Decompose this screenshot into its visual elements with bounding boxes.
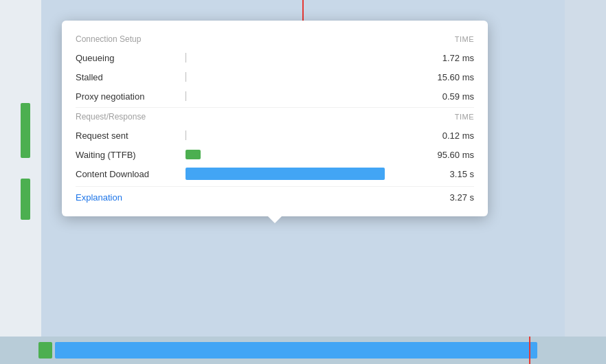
stalled-time: 15.60 ms [412,72,474,82]
waiting-bar-area [186,148,412,161]
explanation-row: Explanation 3.27 s [76,186,474,205]
proxy-label: Proxy negotiation [76,91,186,102]
queueing-label: Queueing [76,53,186,63]
connection-setup-time-label: TIME [455,35,474,43]
proxy-divider [186,91,186,101]
queueing-bar-area [186,52,412,64]
content-download-row: Content Download 3.15 s [76,164,474,183]
queueing-divider [186,53,186,62]
request-sent-label: Request sent [76,130,186,141]
stalled-divider [186,72,186,82]
stalled-bar-area [186,71,412,83]
content-download-time: 3.15 s [412,169,474,179]
stalled-row: Stalled 15.60 ms [76,67,474,87]
bg-right-panel [565,0,606,364]
queueing-time: 1.72 ms [412,53,474,63]
proxy-row: Proxy negotiation 0.59 ms [76,87,474,106]
proxy-time: 0.59 ms [412,91,474,102]
request-sent-row: Request sent 0.12 ms [76,126,474,145]
content-download-label: Content Download [76,169,186,179]
waiting-row: Waiting (TTFB) 95.60 ms [76,145,474,164]
timing-tooltip: Connection Setup TIME Queueing 1.72 ms S… [62,21,488,216]
bottom-timeline-bar [0,337,606,364]
request-response-time-label: TIME [455,113,474,121]
bottom-blue-segment [55,342,537,359]
waiting-time: 95.60 ms [412,150,474,160]
section-divider [76,107,474,108]
content-download-bar-area [186,168,412,180]
left-green-bar-2 [21,179,30,220]
bottom-green-segment [38,342,52,359]
connection-setup-label: Connection Setup [76,34,141,44]
request-response-header: Request/Response TIME [76,109,474,126]
waiting-label: Waiting (TTFB) [76,150,186,160]
request-sent-divider [186,130,186,140]
waiting-bar [186,150,201,159]
bottom-red-marker [529,337,530,364]
queueing-row: Queueing 1.72 ms [76,48,474,67]
explanation-total-time: 3.27 s [450,192,474,203]
stalled-label: Stalled [76,72,186,82]
left-green-bar-1 [21,103,30,158]
request-sent-time: 0.12 ms [412,130,474,141]
content-download-bar [186,168,385,180]
proxy-bar-area [186,90,412,102]
connection-setup-header: Connection Setup TIME [76,32,474,48]
request-response-label: Request/Response [76,112,146,122]
request-sent-bar-area [186,129,412,141]
explanation-link[interactable]: Explanation [76,192,122,203]
